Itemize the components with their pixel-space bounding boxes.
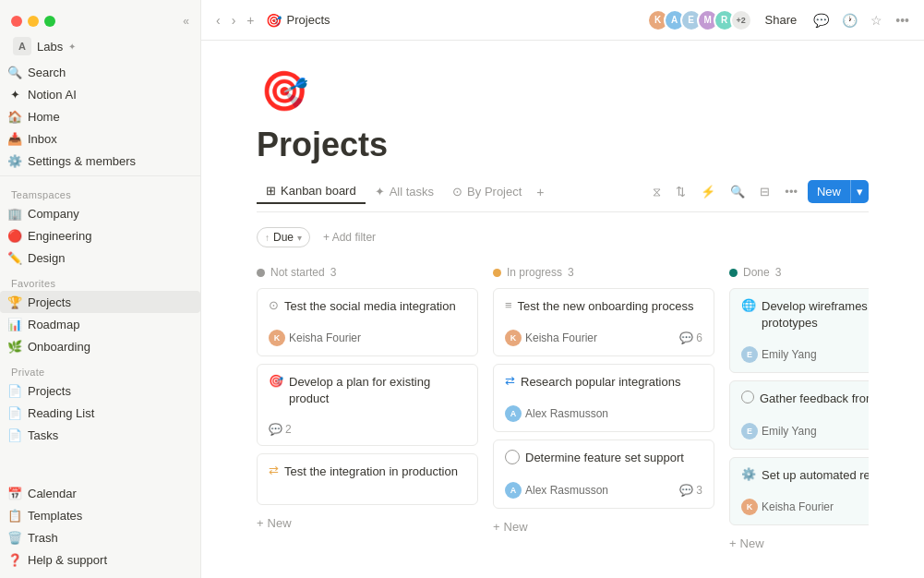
sidebar-item-templates[interactable]: 📋 Templates — [0, 504, 200, 526]
card-3-header: ⇄ Test the integration in production — [269, 464, 466, 488]
sidebar-collapse-btn[interactable]: « — [183, 15, 189, 28]
add-view-button[interactable]: + — [531, 180, 549, 204]
all-tasks-tab-icon: ✦ — [375, 185, 385, 199]
tab-all-tasks[interactable]: ✦ All tasks — [366, 180, 443, 203]
forward-button[interactable]: › — [228, 9, 240, 31]
page-breadcrumb: 🎯 Projects — [266, 13, 330, 28]
card-7-assignee: E Emily Yang — [741, 346, 817, 363]
sidebar-item-inbox[interactable]: 📥 Inbox — [0, 127, 200, 150]
sidebar-item-home[interactable]: 🏠 Home — [0, 105, 200, 127]
kanban-tab-label: Kanban board — [281, 184, 356, 198]
reading-list-icon: 📄 — [7, 405, 22, 420]
sidebar-item-help[interactable]: ❓ Help & support — [0, 548, 200, 571]
col-header-done: Done 3 — [729, 266, 869, 279]
more-button[interactable]: ••• — [892, 9, 913, 31]
card-2[interactable]: 🎯 Develop a plan for existing product 💬 … — [257, 364, 478, 445]
filter-icon[interactable]: ⧖ — [648, 182, 666, 202]
add-filter-button[interactable]: + Add filter — [318, 228, 381, 247]
card-5-header: ⇄ Research popular integrations — [505, 374, 702, 398]
sidebar-label-design: Design — [28, 251, 65, 265]
projects-fav-icon: 🏆 — [7, 295, 22, 309]
due-filter-chip[interactable]: ↑ Due ▾ — [257, 227, 310, 247]
new-button-arrow[interactable]: ▾ — [850, 180, 869, 203]
view-toolbar: ⊞ Kanban board ✦ All tasks ⊙ By Project … — [257, 179, 869, 212]
sidebar-item-tasks[interactable]: 📄 Tasks — [0, 424, 200, 446]
sidebar-item-trash[interactable]: 🗑️ Trash — [0, 526, 200, 548]
card-1[interactable]: ⊙ Test the social media integration K Ke… — [257, 288, 478, 356]
sidebar-item-reading-list[interactable]: 📄 Reading List — [0, 402, 200, 424]
comment-icon-6: 💬 — [679, 484, 693, 497]
sidebar-item-company[interactable]: 🏢 Company — [0, 202, 200, 224]
history-button[interactable]: 🕐 — [838, 9, 861, 31]
card-1-title: Test the social media integration — [284, 298, 456, 315]
card-6[interactable]: Determine feature set support A Alex Ras… — [493, 440, 714, 508]
card-7-status-icon: 🌐 — [741, 298, 756, 312]
sidebar-item-search[interactable]: 🔍 Search — [0, 61, 200, 83]
col-header-in-progress: In progress 3 — [493, 266, 714, 279]
sidebar-item-calendar[interactable]: 📅 Calendar — [0, 482, 200, 504]
card-6-comment: 💬 3 — [679, 484, 702, 497]
sidebar-item-onboarding[interactable]: 🌿 Onboarding — [0, 335, 200, 357]
sidebar-label-trash: Trash — [28, 531, 58, 545]
kanban-board: Not started 3 ⊙ Test the social media in… — [257, 266, 869, 572]
sidebar-divider-1 — [0, 175, 200, 176]
card-9-status-icon: ⚙️ — [741, 467, 756, 481]
col-new-btn-in-progress[interactable]: + New — [493, 516, 714, 537]
col-new-btn-done[interactable]: + New — [729, 533, 869, 554]
workspace-header[interactable]: A Labs ✦ — [4, 31, 197, 61]
card-9[interactable]: ⚙️ Set up automated responses K Keisha F… — [729, 457, 869, 525]
add-page-button[interactable]: + — [243, 9, 258, 31]
card-7[interactable]: 🌐 Develop wireframes and prototypes E Em… — [729, 288, 869, 373]
share-button[interactable]: Share — [758, 9, 805, 30]
maximize-window-btn[interactable] — [44, 16, 55, 27]
card-9-header: ⚙️ Set up automated responses — [741, 467, 869, 491]
sidebar-item-engineering[interactable]: 🔴 Engineering — [0, 224, 200, 247]
card-4-comment-count: 6 — [696, 331, 702, 344]
favorites-label: Favorites — [0, 269, 200, 291]
card-8-assignee: E Emily Yang — [741, 423, 869, 440]
sidebar-item-notion-ai[interactable]: ✦ Notion AI — [0, 83, 200, 105]
card-6-assignee-name: Alex Rasmusson — [525, 484, 608, 497]
favorite-button[interactable]: ☆ — [867, 9, 886, 31]
sidebar-label-settings: Settings & members — [28, 154, 136, 168]
card-8-title: Gather feedback from customers — [760, 391, 869, 407]
sort-icon[interactable]: ⇅ — [671, 182, 690, 201]
design-icon: ✏️ — [7, 250, 22, 265]
automation-icon[interactable]: ⚡ — [696, 182, 720, 201]
page-icon: 🎯 — [266, 13, 282, 28]
card-8[interactable]: Gather feedback from customers E Emily Y… — [729, 380, 869, 449]
minimize-window-btn[interactable] — [28, 16, 39, 27]
sidebar-label-projects-private: Projects — [28, 384, 71, 398]
tab-kanban[interactable]: ⊞ Kanban board — [257, 179, 366, 204]
search-toolbar-icon[interactable]: 🔍 — [726, 182, 750, 201]
layout-icon[interactable]: ⊟ — [755, 182, 774, 201]
filter-bar: ↑ Due ▾ + Add filter — [257, 227, 869, 247]
card-6-title: Determine feature set support — [525, 450, 684, 466]
sidebar-label-onboarding: Onboarding — [28, 340, 90, 354]
sidebar-item-projects-private[interactable]: 📄 Projects — [0, 379, 200, 402]
back-button[interactable]: ‹ — [212, 9, 224, 31]
sidebar-item-design[interactable]: ✏️ Design — [0, 247, 200, 269]
kanban-tab-icon: ⊞ — [266, 184, 276, 198]
card-9-avatar: K — [741, 499, 758, 515]
card-4[interactable]: ≡ Test the new onboarding process K Keis… — [493, 288, 714, 356]
tab-by-project[interactable]: ⊙ By Project — [443, 180, 531, 203]
col-new-btn-not-started[interactable]: + New — [257, 512, 478, 534]
col-new-plus-icon: + — [257, 516, 264, 530]
sidebar-item-roadmap[interactable]: 📊 Roadmap — [0, 313, 200, 335]
card-5-title: Research popular integrations — [521, 374, 680, 391]
sidebar-item-settings[interactable]: ⚙️ Settings & members — [0, 150, 200, 172]
by-project-tab-icon: ⊙ — [452, 185, 462, 199]
close-window-btn[interactable] — [11, 16, 22, 27]
card-2-status-icon: 🎯 — [269, 374, 283, 388]
topbar: ‹ › + 🎯 Projects K A E M R +2 Share 💬 🕐 … — [201, 0, 924, 41]
sidebar-item-projects-fav[interactable]: 🏆 Projects — [0, 291, 200, 313]
comment-button[interactable]: 💬 — [810, 9, 833, 31]
sidebar-label-projects-fav: Projects — [28, 295, 71, 309]
more-toolbar-icon[interactable]: ••• — [780, 182, 802, 201]
new-button[interactable]: New ▾ — [808, 180, 869, 203]
card-5[interactable]: ⇄ Research popular integrations A Alex R… — [493, 364, 714, 432]
col-count-not-started: 3 — [330, 266, 337, 279]
card-3[interactable]: ⇄ Test the integration in production — [257, 453, 478, 505]
notion-ai-icon: ✦ — [7, 87, 22, 102]
